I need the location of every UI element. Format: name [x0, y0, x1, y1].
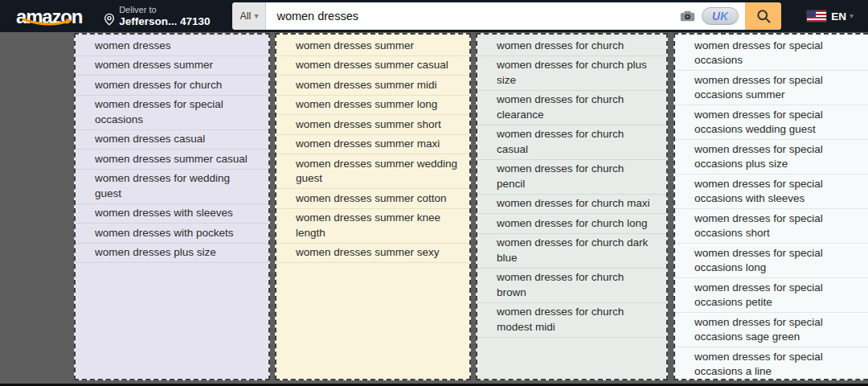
suggestion-item[interactable]: women dresses for church clearance	[477, 91, 666, 125]
suggestion-item[interactable]: women dresses for special occasions peti…	[675, 278, 868, 313]
deliver-to-button[interactable]: Deliver to Jefferson... 47130	[100, 3, 213, 29]
chevron-down-icon: ▾	[850, 12, 854, 20]
suggestion-item[interactable]: women dresses for church casual	[477, 125, 666, 160]
suggestion-item[interactable]: women dresses summer midi	[276, 76, 469, 96]
suggestion-item[interactable]: women dresses for church plus size	[477, 56, 666, 91]
suggestion-item[interactable]: women dresses for church long	[477, 214, 666, 234]
language-label: EN	[831, 10, 846, 23]
camera-icon	[680, 10, 695, 23]
suggestion-item[interactable]: women dresses for church dark blue	[477, 234, 666, 269]
search-submit-button[interactable]	[745, 2, 781, 30]
suggestion-item[interactable]: women dresses summer casual	[276, 56, 469, 76]
suggestion-item[interactable]: women dresses for church pencil	[477, 160, 666, 195]
suggestions-women-dresses-for-special-occasions: women dresses for special occasionswomen…	[674, 33, 868, 380]
suggestion-item[interactable]: women dresses for special occasions	[675, 36, 868, 71]
deliver-to-label: Deliver to	[119, 5, 210, 15]
amazon-navbar: amazon Deliver to Jefferson... 47130 All…	[0, 0, 868, 32]
suggestion-item[interactable]: women dresses summer cotton	[276, 189, 469, 209]
suggestion-item[interactable]: women dresses for special occasions summ…	[675, 71, 868, 105]
uk-extension-badge[interactable]: UK	[702, 7, 739, 25]
suggestion-item[interactable]: women dresses with pockets	[76, 224, 268, 244]
suggestion-item[interactable]: women dresses plus size	[76, 244, 268, 264]
suggestion-item[interactable]: women dresses for special occasions with…	[675, 175, 868, 209]
search-magnifier-icon	[755, 8, 772, 24]
suggestion-item[interactable]: women dresses for special occasions sage…	[675, 313, 868, 347]
language-selector[interactable]: EN ▾	[805, 7, 855, 26]
suggestion-item[interactable]: women dresses summer long	[276, 96, 469, 116]
suggestion-item[interactable]: women dresses for special occasions plus…	[675, 140, 868, 175]
suggestions-women-dresses: women dresseswomen dresses summerwomen d…	[74, 33, 270, 380]
suggestion-item[interactable]: women dresses with sleeves	[76, 204, 268, 224]
suggestion-item[interactable]: women dresses summer	[276, 36, 469, 56]
suggestion-item[interactable]: women dresses for special occasions a li…	[675, 347, 868, 380]
chevron-down-icon: ▾	[254, 12, 258, 20]
deliver-to-location: Jefferson... 47130	[119, 15, 210, 28]
search-bar: All ▾ UK	[232, 2, 781, 30]
suggestion-item[interactable]: women dresses for wedding guest	[76, 170, 268, 204]
uk-badge-label: UK	[712, 10, 728, 23]
suggestion-item[interactable]: women dresses for special occasions wedd…	[675, 105, 868, 140]
suggestion-item[interactable]: women dresses summer knee length	[276, 209, 469, 244]
search-scope-label: All	[240, 10, 251, 22]
suggestion-item[interactable]: women dresses for special occasions shor…	[675, 209, 868, 244]
amazon-logo[interactable]: amazon	[13, 5, 87, 27]
suggestion-item[interactable]: women dresses for special occasions	[76, 96, 268, 130]
suggestion-item[interactable]: women dresses for church	[477, 36, 666, 56]
amazon-smile-icon	[21, 18, 79, 27]
suggestion-item[interactable]: women dresses for special occasions long	[675, 244, 868, 278]
suggestion-item[interactable]: women dresses summer wedding guest	[276, 154, 469, 189]
suggestion-item[interactable]: women dresses summer short	[276, 115, 469, 135]
suggestion-item[interactable]: women dresses for church modest midi	[477, 303, 666, 338]
search-input[interactable]	[266, 2, 674, 30]
suggestion-item[interactable]: women dresses for church brown	[477, 269, 666, 303]
suggestion-item[interactable]: women dresses for church	[76, 76, 268, 96]
camera-search-button[interactable]	[674, 2, 702, 30]
location-pin-icon	[103, 12, 116, 27]
suggestion-item[interactable]: women dresses summer casual	[76, 150, 268, 170]
suggestions-women-dresses-for-church: women dresses for churchwomen dresses fo…	[476, 33, 668, 380]
us-flag-icon	[807, 10, 826, 22]
suggestion-item[interactable]: women dresses for church maxi	[477, 195, 666, 215]
suggestion-item[interactable]: women dresses summer maxi	[276, 135, 469, 155]
suggestion-item[interactable]: women dresses summer	[76, 56, 268, 76]
suggestions-women-dresses-summer: women dresses summerwomen dresses summer…	[275, 33, 471, 380]
search-scope-dropdown[interactable]: All ▾	[232, 2, 266, 30]
suggestion-item[interactable]: women dresses	[76, 36, 268, 56]
suggestion-item[interactable]: women dresses casual	[76, 130, 268, 150]
suggestion-item[interactable]: women dresses summer sexy	[276, 244, 469, 264]
